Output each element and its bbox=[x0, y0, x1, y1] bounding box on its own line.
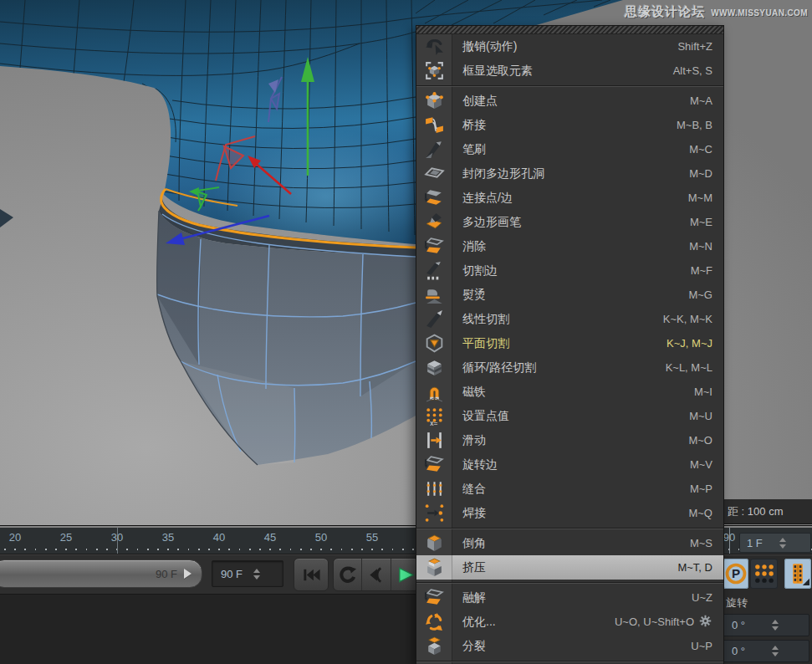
menu-item-label: 融解 bbox=[452, 585, 692, 610]
menu-item-shortcut: M~S bbox=[690, 531, 723, 555]
menu-item-polygon-pen[interactable]: 多边形画笔M~E bbox=[416, 210, 723, 234]
menu-item-bevel[interactable]: 倒角M~S bbox=[416, 531, 723, 555]
menu-item-loop-path-cut[interactable]: 循环/路径切割K~L, M~L bbox=[416, 355, 723, 380]
menu-item-cut-edge[interactable]: 切割边M~F bbox=[416, 258, 723, 283]
menu-item-weld[interactable]: 焊接M~Q bbox=[416, 501, 723, 525]
undo-icon bbox=[416, 34, 452, 59]
menu-item-split[interactable]: 分裂U~P bbox=[416, 634, 723, 658]
menu-item-bridge[interactable]: 桥接M~B, B bbox=[416, 113, 723, 137]
keyframe-dots-button[interactable] bbox=[750, 559, 778, 589]
max-frame-value: 90 F bbox=[212, 568, 245, 580]
goto-start-button[interactable] bbox=[294, 558, 329, 591]
menu-item-label: 多边形画笔 bbox=[452, 210, 690, 234]
play-button[interactable] bbox=[391, 559, 419, 590]
menu-item-shortcut: M~N bbox=[689, 234, 723, 258]
menu-item-shortcut: U~Z bbox=[692, 585, 723, 610]
dissolve-icon bbox=[416, 234, 452, 258]
ruler-number: 25 bbox=[60, 531, 72, 544]
cut-edge-icon bbox=[424, 260, 445, 281]
range-end-label: 90 F bbox=[156, 568, 177, 580]
menu-item-shortcut: Shift+Z bbox=[677, 34, 723, 59]
linear-cut-icon bbox=[424, 309, 445, 329]
magnet-icon bbox=[424, 381, 445, 402]
ruler-number: 45 bbox=[264, 531, 276, 544]
menu-item-create-point[interactable]: 创建点M~A bbox=[416, 89, 723, 113]
watermark-site-url: WWW.MISSYUAN.COM bbox=[711, 8, 808, 18]
set-point-value-icon: x= bbox=[424, 406, 445, 426]
brush-icon bbox=[424, 139, 445, 160]
bevel-icon bbox=[424, 533, 445, 554]
menu-item-rotate-edge[interactable]: 旋转边M~V bbox=[416, 452, 723, 477]
focal-distance-value: 距 : 100 cm bbox=[728, 504, 783, 519]
menu-item-shortcut: Alt+S, S bbox=[673, 59, 723, 83]
menu-item-magnet[interactable]: 磁铁M~I bbox=[416, 380, 723, 404]
menu-item-set-point-value[interactable]: x=设置点值M~U bbox=[416, 404, 723, 428]
polygon-pen-icon bbox=[416, 210, 452, 234]
menu-item-plane-cut[interactable]: 平面切割K~J, M~J bbox=[416, 331, 723, 355]
rotation-h-input[interactable]: 0 ° bbox=[723, 614, 809, 636]
previous-frame-button[interactable] bbox=[361, 559, 390, 590]
menu-item-shortcut: K~K, M~K bbox=[663, 307, 723, 331]
ruler-number: 35 bbox=[162, 531, 174, 544]
stitch-icon bbox=[416, 477, 452, 501]
circarrow bbox=[336, 565, 359, 585]
menu-item-melt[interactable]: 融解U~Z bbox=[416, 585, 723, 610]
menu-item-brush[interactable]: 笔刷M~C bbox=[416, 137, 723, 161]
plane-cut-icon bbox=[424, 333, 445, 354]
menu-item-undo[interactable]: 撤销(动作)Shift+Z bbox=[416, 34, 723, 59]
menu-item-shortcut: M~U bbox=[689, 404, 723, 428]
menu-item-label: 循环/路径切割 bbox=[452, 355, 666, 380]
play bbox=[394, 565, 416, 585]
menu-item-linear-cut[interactable]: 线性切割K~K, M~K bbox=[416, 307, 723, 331]
ruler-number: 30 bbox=[111, 531, 123, 544]
menu-item-shortcut: M~D bbox=[689, 161, 723, 186]
menu-grip-handle[interactable] bbox=[416, 26, 723, 34]
rotation-h-spinner[interactable] bbox=[763, 620, 804, 631]
weld-icon bbox=[416, 501, 452, 525]
close-polygon-hole-icon bbox=[424, 163, 445, 184]
record-point-button[interactable]: P bbox=[723, 559, 748, 589]
menu-item-label: 熨烫 bbox=[452, 283, 688, 307]
frame-increment-input[interactable]: 1 F bbox=[739, 533, 811, 553]
max-frame-input[interactable]: 90 F bbox=[212, 560, 283, 587]
menu-item-iron[interactable]: 熨烫M~G bbox=[416, 283, 723, 307]
frame-increment-spinner[interactable] bbox=[773, 538, 805, 549]
settings-gear-icon[interactable] bbox=[698, 614, 712, 631]
frame-selected-elements-icon bbox=[424, 60, 445, 81]
menu-item-shortcut: M~T, D bbox=[677, 555, 723, 580]
menu-item-close-polygon-hole[interactable]: 封闭多边形孔洞M~D bbox=[416, 161, 723, 186]
connect-points-edges-icon bbox=[424, 187, 445, 208]
menu-item-optimize[interactable]: 优化...U~O, U~Shift+O bbox=[416, 610, 723, 634]
rotate-edge-icon bbox=[416, 452, 452, 477]
context-menu: 撤销(动作)Shift+Z框显选取元素Alt+S, S创建点M~A桥接M~B, … bbox=[416, 25, 724, 664]
menu-item-label: 切割边 bbox=[452, 258, 691, 283]
plane-cut-icon bbox=[416, 331, 452, 355]
filmstrip-button[interactable] bbox=[784, 559, 811, 589]
menu-item-slide[interactable]: 滑动M~O bbox=[416, 428, 723, 452]
split-icon bbox=[424, 636, 445, 656]
prevframe bbox=[365, 565, 387, 585]
menu-item-shortcut: M~O bbox=[688, 428, 723, 452]
melt-icon bbox=[424, 587, 445, 608]
menu-item-dissolve[interactable]: 消除M~N bbox=[416, 234, 723, 258]
rotation-b-input[interactable]: 0 ° bbox=[723, 640, 809, 662]
menu-item-shortcut: M~E bbox=[690, 210, 723, 234]
menu-item-connect-points-edges[interactable]: 连接点/边M~M bbox=[416, 186, 723, 210]
right-side-panel: 距 : 100 cm 1 F P 旋转 0 ° 0 ° bbox=[723, 499, 812, 664]
rotation-b-spinner[interactable] bbox=[763, 646, 804, 656]
rotation-label: 旋转 bbox=[726, 595, 748, 610]
record-options-panel: P 旋转 0 ° 0 ° bbox=[723, 556, 812, 664]
menu-separator bbox=[416, 658, 723, 664]
create-point-icon bbox=[424, 90, 445, 111]
menu-item-shortcut: M~A bbox=[690, 89, 723, 113]
menu-item-label: 平面切割 bbox=[452, 331, 666, 355]
max-frame-spinner[interactable] bbox=[245, 569, 278, 580]
menu-item-frame-selected[interactable]: 框显选取元素Alt+S, S bbox=[416, 59, 723, 83]
menu-item-extrude[interactable]: 挤压M~T, D bbox=[416, 555, 723, 580]
timeline-range-slider[interactable]: 90 F bbox=[0, 559, 202, 588]
menu-item-shortcut: M~V bbox=[690, 452, 723, 477]
rotation-h-value: 0 ° bbox=[723, 619, 763, 631]
menu-item-stitch[interactable]: 缝合M~P bbox=[416, 477, 723, 501]
play-backward-button[interactable] bbox=[334, 559, 361, 590]
extrude-icon bbox=[416, 555, 452, 580]
